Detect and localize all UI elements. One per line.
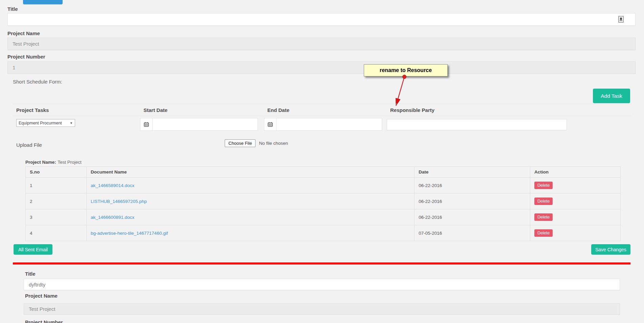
end-date-calendar-addon[interactable] <box>264 118 276 130</box>
no-file-chosen-text: No file chosen <box>259 141 288 146</box>
title-label: Title <box>7 6 18 12</box>
documents-caption: Project Name: Test Project <box>25 159 82 165</box>
save-changes-button[interactable]: Save Changes <box>591 244 630 255</box>
add-task-button[interactable]: Add Task <box>593 89 630 103</box>
title-input[interactable] <box>7 13 636 26</box>
task-col-end-date: End Date <box>264 107 387 113</box>
responsible-party-input[interactable] <box>387 119 567 130</box>
doc-date: 06-22-2016 <box>415 209 530 225</box>
calendar-icon <box>144 122 149 127</box>
documents-caption-label: Project Name: <box>25 160 56 165</box>
delete-button[interactable]: Delete <box>534 229 553 237</box>
project-number-label-2: Project Number <box>25 319 63 323</box>
calendar-icon <box>268 122 273 127</box>
documents-caption-value: Test Project <box>58 160 82 165</box>
section-divider <box>13 262 630 264</box>
doc-sno: 1 <box>26 178 87 193</box>
task-table-header: Project Tasks Start Date End Date Respon… <box>13 104 631 116</box>
document-link[interactable]: LISTHUB_1466597205.php <box>91 199 147 204</box>
start-date-input[interactable] <box>153 118 258 130</box>
documents-table: S.no Document Name Date Action 1 ak_1466… <box>25 166 621 241</box>
start-date-calendar-addon[interactable] <box>140 118 153 130</box>
document-link[interactable]: bg-advertise-hero-tile_1467717460.gif <box>91 231 168 236</box>
task-col-responsible-party: Responsible Party <box>387 107 631 113</box>
chevron-down-icon: ▼ <box>70 121 73 125</box>
project-task-select[interactable]: Equipment Procurment ▼ <box>16 119 75 127</box>
table-row: 4 bg-advertise-hero-tile_1467717460.gif … <box>26 225 621 241</box>
annotation-arrow-icon <box>386 74 413 108</box>
end-date-input[interactable] <box>276 118 382 130</box>
docs-col-document-name: Document Name <box>87 167 415 178</box>
project-name-input <box>7 38 636 50</box>
task-col-start-date: Start Date <box>140 107 264 113</box>
title-label-2: Title <box>25 271 36 277</box>
project-name-input-2 <box>24 303 620 315</box>
table-row: 3 ak_1466600891.docx 06-22-2016 Delete <box>26 209 621 225</box>
title-input-2[interactable] <box>24 279 620 290</box>
table-row: 1 ak_1466589014.docx 06-22-2016 Delete <box>26 178 621 193</box>
file-upload-control: Choose File No file chosen <box>225 139 288 147</box>
documents-table-header-row: S.no Document Name Date Action <box>26 167 621 178</box>
project-name-label-2: Project Name <box>25 293 58 299</box>
task-col-project-tasks: Project Tasks <box>13 107 140 113</box>
project-name-label: Project Name <box>7 30 40 36</box>
project-number-label: Project Number <box>7 54 45 60</box>
all-sent-email-button[interactable]: All Sent Email <box>14 244 52 255</box>
doc-sno: 3 <box>26 209 87 225</box>
short-schedule-form-label: Short Schedule Form: <box>13 79 62 85</box>
docs-col-action: Action <box>530 167 621 178</box>
doc-date: 06-22-2016 <box>415 193 530 209</box>
input-helper-icon[interactable] <box>618 16 624 23</box>
end-date-group <box>264 118 382 131</box>
document-link[interactable]: ak_1466600891.docx <box>91 215 134 220</box>
project-number-input <box>7 61 636 74</box>
doc-sno: 4 <box>26 225 87 241</box>
doc-date: 07-05-2016 <box>415 225 530 241</box>
start-date-group <box>140 118 258 131</box>
input-helper-icon-glyph-line <box>620 20 622 21</box>
doc-date: 06-22-2016 <box>415 178 530 193</box>
add-section-button[interactable]: Add Section <box>23 0 63 4</box>
upload-file-label: Upload File <box>16 142 42 148</box>
doc-sno: 2 <box>26 193 87 209</box>
docs-col-date: Date <box>415 167 530 178</box>
page: Add Section Title Project Name Project N… <box>0 0 644 323</box>
input-helper-icon-glyph <box>620 18 622 20</box>
docs-col-sno: S.no <box>26 167 87 178</box>
table-row: 2 LISTHUB_1466597205.php 06-22-2016 Dele… <box>26 193 621 209</box>
project-task-select-value: Equipment Procurment <box>19 121 62 125</box>
delete-button[interactable]: Delete <box>534 198 553 205</box>
delete-button[interactable]: Delete <box>534 213 553 221</box>
choose-file-button[interactable]: Choose File <box>225 139 256 147</box>
document-link[interactable]: ak_1466589014.docx <box>91 183 134 188</box>
delete-button[interactable]: Delete <box>534 182 553 189</box>
